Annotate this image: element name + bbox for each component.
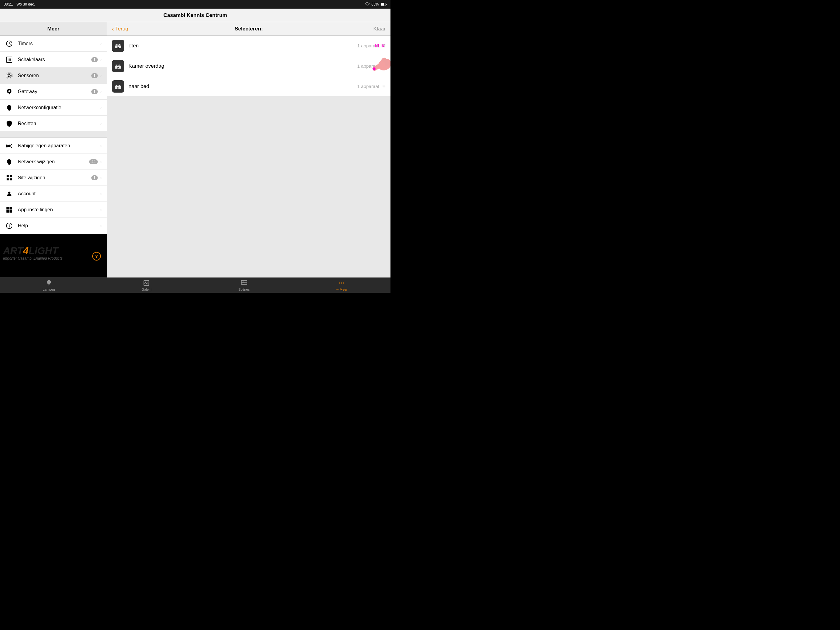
content-header: ‹ Terug Selecteren: Klaar: [107, 22, 390, 36]
network-icon: [5, 103, 14, 112]
reorder-handle-kamer-overdag[interactable]: ≡: [382, 63, 385, 69]
scene-name-kamer-overdag: Kamer overdag: [128, 63, 357, 69]
appsettings-icon: [5, 206, 14, 214]
done-button[interactable]: Klaar: [373, 26, 385, 32]
help-icon[interactable]: ?: [92, 252, 101, 261]
sidebar-item-timers[interactable]: Timers ›: [0, 36, 107, 52]
chevron-sensoren: ›: [100, 73, 102, 78]
svg-point-57: [341, 282, 342, 283]
sensor-icon: [5, 71, 14, 80]
sidebar-item-account[interactable]: Account ›: [0, 186, 107, 202]
gateway-icon: [5, 87, 14, 96]
app-title: Casambi Kennis Centrum: [164, 12, 227, 19]
chevron-help: ›: [100, 223, 102, 229]
badge-schakelaars: 1: [91, 57, 98, 62]
svg-point-9: [7, 73, 12, 78]
sidebar-item-sensoren[interactable]: Sensoren 1 ›: [0, 68, 107, 84]
sidebar-item-rechten[interactable]: Rechten ›: [0, 116, 107, 131]
sidebar-label-gateway: Gateway: [18, 89, 91, 95]
watermark-logo: ART4LIGHT: [3, 246, 62, 256]
svg-rect-1: [381, 3, 384, 6]
status-bar-right: 63%: [365, 2, 387, 6]
grid-icon: [5, 174, 14, 182]
scene-devices-naar-bed: 1 apparaat: [357, 84, 379, 89]
scene-icon-naar-bed: [112, 80, 124, 93]
nearby-icon: [5, 141, 14, 150]
sidebar-item-nabijgelegen[interactable]: Nabijgelegen apparaten ›: [0, 138, 107, 154]
sidebar-item-gateway[interactable]: Gateway 1 ›: [0, 84, 107, 100]
sidebar-header: Meer: [0, 22, 107, 36]
back-label[interactable]: Terug: [115, 26, 128, 32]
sidebar-label-timers: Timers: [18, 41, 100, 46]
scene-devices-kamer-overdag: 1 apparaat: [357, 63, 379, 69]
sidebar-separator: [0, 131, 107, 138]
tab-label-lampen: Lampen: [43, 288, 55, 291]
svg-marker-55: [243, 281, 245, 283]
sidebar-label-schakelaars: Schakelaars: [18, 57, 91, 62]
scene-devices-eten: 1 apparaat: [357, 43, 379, 48]
sidebar-item-app-instellingen[interactable]: App-instellingen ›: [0, 202, 107, 218]
shield-icon: [5, 119, 14, 128]
chevron-gateway: ›: [100, 89, 102, 95]
watermark-tagline: Importer Casambi Enabled Products: [3, 256, 62, 261]
sidebar-title: Meer: [47, 26, 60, 32]
tab-scenes[interactable]: Scènes: [195, 278, 293, 293]
status-bar: 08:21 Wo 30 dec. 63%: [0, 0, 390, 9]
svg-point-8: [8, 74, 10, 77]
sidebar: Meer Timers › Schakelaars 1 › Sensoren 1…: [0, 22, 107, 234]
reorder-handle-eten[interactable]: ≡: [382, 43, 385, 49]
svg-rect-19: [6, 210, 9, 212]
sidebar-group-1: Timers › Schakelaars 1 › Sensoren 1 › Ga…: [0, 36, 107, 131]
svg-rect-2: [386, 4, 387, 5]
sidebar-label-netwerk-wijzigen: Netwerk wijzigen: [18, 159, 89, 165]
tab-label-galerij: Galerij: [141, 288, 151, 291]
lamp-tab-icon: [46, 280, 52, 287]
svg-rect-17: [6, 207, 9, 209]
svg-rect-15: [10, 178, 12, 180]
title-bar: Casambi Kennis Centrum: [0, 9, 390, 22]
chevron-netwerk-wijzigen: ›: [100, 159, 102, 165]
scene-item-eten[interactable]: eten 1 apparaat ≡: [107, 36, 390, 56]
sidebar-label-nabijgelegen: Nabijgelegen apparaten: [18, 143, 100, 149]
sidebar-label-account: Account: [18, 191, 100, 196]
sidebar-item-site-wijzigen[interactable]: Site wijzigen 1 ›: [0, 170, 107, 186]
sidebar-item-netwerk-wijzigen[interactable]: Netwerk wijzigen 44 ›: [0, 154, 107, 170]
tab-galerij[interactable]: Galerij: [98, 278, 196, 293]
sidebar-item-netwerkconfiguratie[interactable]: Netwerkconfiguratie ›: [0, 100, 107, 116]
scene-item-kamer-overdag[interactable]: Kamer overdag 1 apparaat ≡ KLIK: [107, 56, 390, 76]
watermark: ART4LIGHT Importer Casambi Enabled Produ…: [3, 246, 62, 261]
sidebar-label-help: Help: [18, 223, 100, 229]
svg-point-56: [339, 282, 340, 283]
sidebar-label-app-instellingen: App-instellingen: [18, 207, 100, 212]
back-button[interactable]: ‹ Terug: [112, 25, 128, 32]
sidebar-label-rechten: Rechten: [18, 121, 100, 127]
battery-level: 63%: [371, 2, 379, 6]
chevron-account: ›: [100, 191, 102, 196]
scene-icon-eten: [112, 40, 124, 52]
sidebar-label-sensoren: Sensoren: [18, 73, 91, 78]
scene-name-eten: eten: [128, 43, 357, 49]
chevron-nabijgelegen: ›: [100, 143, 102, 149]
chevron-rechten: ›: [100, 121, 102, 127]
chevron-timers: ›: [100, 41, 102, 46]
scene-list: eten 1 apparaat ≡ Kamer overdag 1 appara…: [107, 36, 390, 97]
chevron-schakelaars: ›: [100, 57, 102, 62]
sidebar-group-2: Nabijgelegen apparaten › Netwerk wijzige…: [0, 138, 107, 234]
svg-point-53: [145, 282, 146, 282]
content-area: ‹ Terug Selecteren: Klaar eten 1 apparaa…: [107, 22, 390, 277]
status-time: 08:21 Wo 30 dec.: [4, 2, 35, 6]
clock-icon: [5, 40, 14, 48]
battery-icon: [381, 3, 387, 6]
tab-lampen[interactable]: Lampen: [0, 278, 98, 293]
scene-icon-kamer-overdag: [112, 60, 124, 72]
scene-item-naar-bed[interactable]: naar bed 1 apparaat ≡: [107, 76, 390, 97]
sidebar-item-schakelaars[interactable]: Schakelaars 1 ›: [0, 52, 107, 68]
sidebar-item-help[interactable]: Help ›: [0, 218, 107, 234]
tab-meer[interactable]: ··· Meer: [293, 278, 391, 293]
chevron-app-instellingen: ›: [100, 207, 102, 212]
gallery-tab-icon: [143, 280, 150, 287]
svg-rect-12: [7, 175, 9, 177]
tab-label-meer: ··· Meer: [336, 288, 347, 291]
wifi-icon: [365, 2, 369, 6]
reorder-handle-naar-bed[interactable]: ≡: [382, 83, 385, 90]
